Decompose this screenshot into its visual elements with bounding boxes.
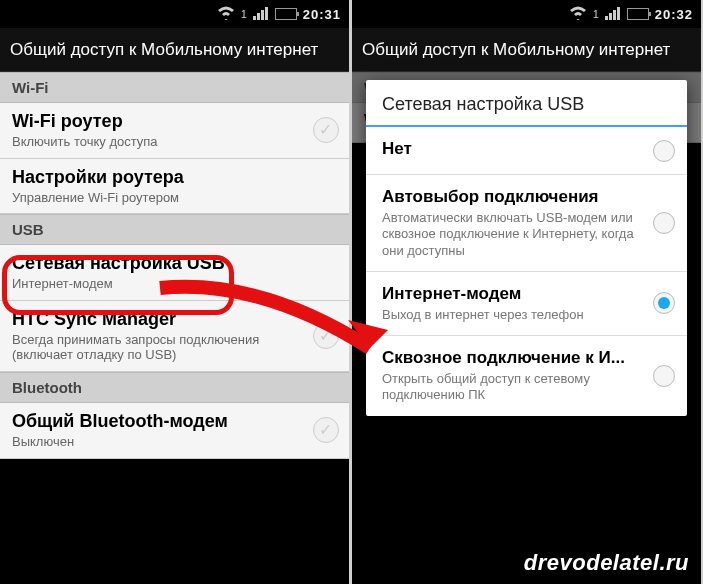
- status-bar: 1 20:32: [352, 0, 701, 28]
- signal-icon: [253, 6, 269, 23]
- settings-list: Wi-Fi Wi-Fi роутер Включить точку доступ…: [0, 72, 349, 459]
- option-subtitle: Выход в интернет через телефон: [382, 307, 639, 323]
- row-usb-network-setting[interactable]: Сетевая настройка USB Интернет-модем: [0, 245, 349, 301]
- svg-rect-2: [261, 10, 264, 20]
- dialog-usb-network: Сетевая настройка USB Нет Автовыбор подк…: [366, 80, 687, 416]
- row-htc-sync[interactable]: HTC Sync Manager Всегда принимать запрос…: [0, 301, 349, 372]
- battery-icon: [275, 8, 297, 20]
- option-subtitle: Автоматически включать USB-модем или скв…: [382, 210, 639, 259]
- radio-icon[interactable]: [653, 140, 675, 162]
- dialog-option-none[interactable]: Нет: [366, 127, 687, 175]
- checkbox-icon[interactable]: [313, 117, 339, 143]
- phone-screen-left: 1 20:31 Общий доступ к Мобильному интерн…: [0, 0, 349, 584]
- svg-rect-7: [617, 7, 620, 20]
- clock: 20:32: [655, 7, 693, 22]
- row-title: Сетевая настройка USB: [12, 253, 301, 274]
- section-wifi: Wi-Fi: [0, 72, 349, 103]
- svg-rect-5: [609, 13, 612, 20]
- clock: 20:31: [303, 7, 341, 22]
- row-subtitle: Всегда принимать запросы подключения (вк…: [12, 332, 301, 363]
- option-subtitle: Открыть общий доступ к сетевому подключе…: [382, 371, 639, 404]
- row-title: Общий Bluetooth-модем: [12, 411, 301, 432]
- row-subtitle: Включить точку доступа: [12, 134, 301, 150]
- option-title: Интернет-модем: [382, 284, 639, 304]
- wifi-icon: [217, 6, 235, 23]
- svg-rect-1: [257, 13, 260, 20]
- row-subtitle: Управление Wi-Fi роутером: [12, 190, 301, 206]
- status-bar: 1 20:31: [0, 0, 349, 28]
- signal-prefix: 1: [241, 8, 247, 20]
- dialog-option-passthrough[interactable]: Сквозное подключение к И... Открыть общи…: [366, 336, 687, 416]
- section-usb: USB: [0, 214, 349, 245]
- option-title: Автовыбор подключения: [382, 187, 639, 207]
- option-title: Сквозное подключение к И...: [382, 348, 639, 368]
- section-bluetooth: Bluetooth: [0, 372, 349, 403]
- row-title: Wi-Fi роутер: [12, 111, 301, 132]
- dialog-title: Сетевая настройка USB: [366, 80, 687, 127]
- radio-icon[interactable]: [653, 212, 675, 234]
- phone-screen-right: 1 20:32 Общий доступ к Мобильному интерн…: [352, 0, 701, 584]
- row-title: HTC Sync Manager: [12, 309, 301, 330]
- signal-prefix: 1: [593, 8, 599, 20]
- checkbox-icon[interactable]: [313, 417, 339, 443]
- svg-rect-3: [265, 7, 268, 20]
- row-wifi-router[interactable]: Wi-Fi роутер Включить точку доступа: [0, 103, 349, 159]
- signal-icon: [605, 6, 621, 23]
- dialog-option-auto[interactable]: Автовыбор подключения Автоматически вклю…: [366, 175, 687, 272]
- watermark: drevodelatel.ru: [524, 550, 689, 576]
- svg-rect-6: [613, 10, 616, 20]
- wifi-icon: [569, 6, 587, 23]
- svg-rect-4: [605, 16, 608, 20]
- page-title: Общий доступ к Мобильному интернет: [0, 28, 349, 72]
- row-subtitle: Интернет-модем: [12, 276, 301, 292]
- row-router-settings[interactable]: Настройки роутера Управление Wi-Fi роуте…: [0, 159, 349, 215]
- page-title: Общий доступ к Мобильному интернет: [352, 28, 701, 72]
- row-bt-modem[interactable]: Общий Bluetooth-модем Выключен: [0, 403, 349, 459]
- radio-icon[interactable]: [653, 365, 675, 387]
- radio-icon[interactable]: [653, 292, 675, 314]
- battery-icon: [627, 8, 649, 20]
- row-subtitle: Выключен: [12, 434, 301, 450]
- checkbox-icon[interactable]: [313, 323, 339, 349]
- row-title: Настройки роутера: [12, 167, 301, 188]
- dialog-option-internet-modem[interactable]: Интернет-модем Выход в интернет через те…: [366, 272, 687, 336]
- svg-rect-0: [253, 16, 256, 20]
- option-title: Нет: [382, 139, 639, 159]
